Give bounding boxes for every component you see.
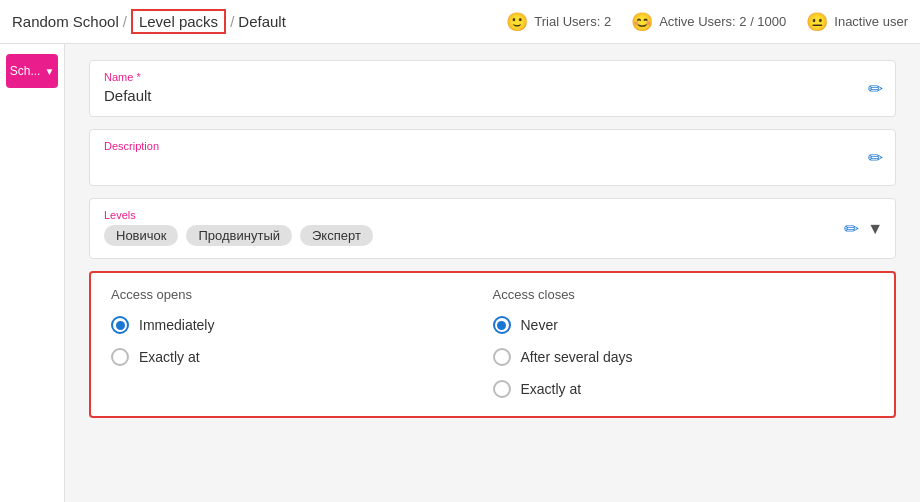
inactive-users-label: Inactive user [834, 14, 908, 29]
radio-opens-exactly_at_open[interactable]: Exactly at [111, 348, 493, 366]
level-tag: Эксперт [300, 225, 373, 246]
active-users-icon: 😊 [631, 11, 653, 33]
levels-field-label: Levels [104, 209, 881, 221]
nav-default: Default [238, 13, 286, 30]
description-field-label: Description [104, 140, 881, 152]
trial-users-label: Trial Users: 2 [534, 14, 611, 29]
name-field-value: Default [104, 87, 881, 104]
nav-sep-1: / [123, 13, 127, 30]
radio-opens-immediately[interactable]: Immediately [111, 316, 493, 334]
name-field-card: Name * Default ✏ [89, 60, 896, 117]
level-tag: Новичок [104, 225, 178, 246]
levels-tags-row: НовичокПродвинутыйЭксперт [104, 225, 881, 246]
radio-label-closes-never: Never [521, 317, 558, 333]
radio-closes-never[interactable]: Never [493, 316, 875, 334]
level-tag: Продвинутый [186, 225, 292, 246]
nav-stats: 🙂 Trial Users: 2 😊 Active Users: 2 / 100… [506, 11, 908, 33]
sidebar: Sch... ▼ [0, 44, 65, 502]
levels-field-card: Levels НовичокПродвинутыйЭксперт ▼ ✏ [89, 198, 896, 259]
active-users-stat: 😊 Active Users: 2 / 1000 [631, 11, 786, 33]
access-opens-options: ImmediatelyExactly at [111, 316, 493, 366]
chevron-down-icon: ▼ [44, 66, 54, 77]
description-edit-icon[interactable]: ✏ [868, 147, 883, 169]
nav-sep-2: / [230, 13, 234, 30]
top-nav: Random School / Level packs / Default 🙂 … [0, 0, 920, 44]
access-closes-col: Access closes NeverAfter several daysExa… [493, 287, 875, 398]
trial-users-stat: 🙂 Trial Users: 2 [506, 11, 611, 33]
school-btn-label: Sch... [10, 64, 41, 78]
radio-circle-opens-exactly_at_open [111, 348, 129, 366]
levels-edit-icon[interactable]: ✏ [844, 218, 859, 240]
access-closes-options: NeverAfter several daysExactly at [493, 316, 875, 398]
radio-closes-after_days[interactable]: After several days [493, 348, 875, 366]
name-field-label: Name * [104, 71, 881, 83]
radio-circle-closes-after_days [493, 348, 511, 366]
radio-closes-exactly_at_close[interactable]: Exactly at [493, 380, 875, 398]
school-dropdown-button[interactable]: Sch... ▼ [6, 54, 58, 88]
radio-label-closes-after_days: After several days [521, 349, 633, 365]
levels-dropdown-icon[interactable]: ▼ [867, 220, 883, 238]
description-field-card: Description ✏ [89, 129, 896, 186]
radio-circle-opens-immediately [111, 316, 129, 334]
breadcrumb: Random School / Level packs / Default [12, 9, 506, 34]
access-box: Access opens ImmediatelyExactly at Acces… [89, 271, 896, 418]
radio-label-opens-exactly_at_open: Exactly at [139, 349, 200, 365]
name-edit-icon[interactable]: ✏ [868, 78, 883, 100]
nav-level-packs[interactable]: Level packs [131, 9, 226, 34]
radio-circle-closes-exactly_at_close [493, 380, 511, 398]
page-layout: Sch... ▼ Name * Default ✏ Description ✏ … [0, 44, 920, 502]
main-content: Name * Default ✏ Description ✏ Levels Но… [65, 44, 920, 502]
access-opens-col: Access opens ImmediatelyExactly at [111, 287, 493, 398]
radio-label-closes-exactly_at_close: Exactly at [521, 381, 582, 397]
description-field-value [104, 156, 881, 173]
active-users-label: Active Users: 2 / 1000 [659, 14, 786, 29]
trial-users-icon: 🙂 [506, 11, 528, 33]
access-closes-title: Access closes [493, 287, 875, 302]
nav-school[interactable]: Random School [12, 13, 119, 30]
inactive-users-icon: 😐 [806, 11, 828, 33]
access-opens-title: Access opens [111, 287, 493, 302]
inactive-users-stat: 😐 Inactive user [806, 11, 908, 33]
radio-circle-closes-never [493, 316, 511, 334]
radio-label-opens-immediately: Immediately [139, 317, 214, 333]
